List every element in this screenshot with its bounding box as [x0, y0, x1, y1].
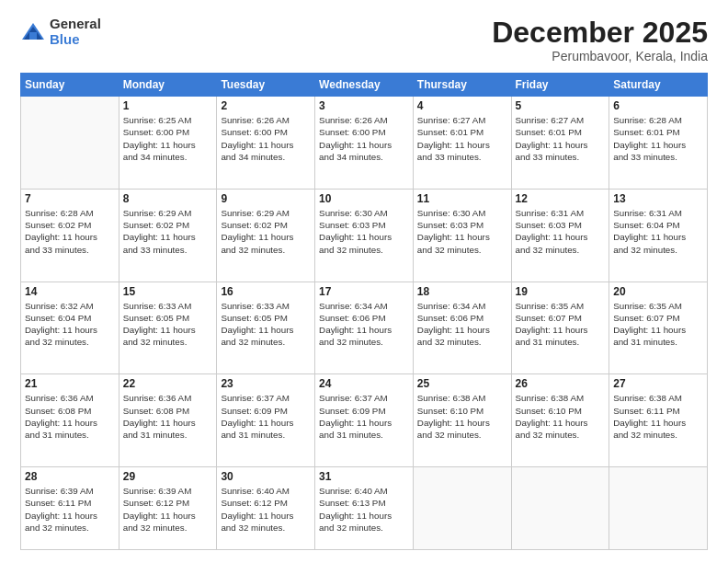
day-info: Sunrise: 6:40 AM Sunset: 6:13 PM Dayligh…	[319, 485, 409, 534]
day-info: Sunrise: 6:36 AM Sunset: 6:08 PM Dayligh…	[25, 392, 115, 441]
day-number: 29	[123, 470, 213, 483]
day-info: Sunrise: 6:30 AM Sunset: 6:03 PM Dayligh…	[319, 207, 409, 256]
day-info: Sunrise: 6:29 AM Sunset: 6:02 PM Dayligh…	[221, 207, 311, 256]
week-row-3: 14Sunrise: 6:32 AM Sunset: 6:04 PM Dayli…	[21, 282, 708, 374]
header: General Blue December 2025 Perumbavoor, …	[20, 17, 708, 63]
weekday-header-thursday: Thursday	[413, 74, 511, 97]
week-row-1: 1Sunrise: 6:25 AM Sunset: 6:00 PM Daylig…	[21, 97, 708, 190]
day-info: Sunrise: 6:31 AM Sunset: 6:04 PM Dayligh…	[613, 207, 703, 256]
week-row-5: 28Sunrise: 6:39 AM Sunset: 6:11 PM Dayli…	[21, 467, 708, 550]
logo-text: General Blue	[50, 17, 101, 47]
day-info: Sunrise: 6:31 AM Sunset: 6:03 PM Dayligh…	[516, 207, 606, 256]
calendar-cell: 26Sunrise: 6:38 AM Sunset: 6:10 PM Dayli…	[511, 374, 609, 467]
day-number: 2	[221, 99, 311, 112]
calendar-cell: 12Sunrise: 6:31 AM Sunset: 6:03 PM Dayli…	[511, 189, 609, 282]
day-info: Sunrise: 6:34 AM Sunset: 6:06 PM Dayligh…	[319, 300, 409, 349]
calendar-cell	[413, 467, 511, 550]
calendar-cell: 29Sunrise: 6:39 AM Sunset: 6:12 PM Dayli…	[119, 467, 217, 550]
calendar-cell: 14Sunrise: 6:32 AM Sunset: 6:04 PM Dayli…	[21, 282, 119, 374]
location-subtitle: Perumbavoor, Kerala, India	[492, 49, 708, 63]
day-number: 28	[25, 470, 115, 483]
weekday-header-row: SundayMondayTuesdayWednesdayThursdayFrid…	[21, 74, 708, 97]
day-info: Sunrise: 6:39 AM Sunset: 6:11 PM Dayligh…	[25, 485, 115, 534]
day-number: 14	[25, 285, 115, 298]
day-info: Sunrise: 6:27 AM Sunset: 6:01 PM Dayligh…	[516, 114, 606, 163]
day-info: Sunrise: 6:35 AM Sunset: 6:07 PM Dayligh…	[613, 300, 703, 349]
calendar-cell: 16Sunrise: 6:33 AM Sunset: 6:05 PM Dayli…	[217, 282, 315, 374]
calendar-cell: 17Sunrise: 6:34 AM Sunset: 6:06 PM Dayli…	[315, 282, 414, 374]
week-row-4: 21Sunrise: 6:36 AM Sunset: 6:08 PM Dayli…	[21, 374, 708, 467]
day-info: Sunrise: 6:32 AM Sunset: 6:04 PM Dayligh…	[25, 300, 115, 349]
weekday-header-friday: Friday	[511, 74, 609, 97]
weekday-header-saturday: Saturday	[609, 74, 708, 97]
calendar-cell: 1Sunrise: 6:25 AM Sunset: 6:00 PM Daylig…	[119, 97, 217, 190]
calendar-cell: 19Sunrise: 6:35 AM Sunset: 6:07 PM Dayli…	[511, 282, 609, 374]
logo-blue-label: Blue	[50, 32, 101, 48]
day-number: 23	[221, 377, 311, 390]
day-info: Sunrise: 6:38 AM Sunset: 6:10 PM Dayligh…	[516, 392, 606, 441]
month-title: December 2025	[492, 17, 708, 49]
calendar-cell: 3Sunrise: 6:26 AM Sunset: 6:00 PM Daylig…	[315, 97, 414, 190]
logo-icon	[20, 19, 46, 45]
calendar-cell	[21, 97, 119, 190]
weekday-header-wednesday: Wednesday	[315, 74, 414, 97]
day-number: 30	[221, 470, 311, 483]
calendar-cell: 20Sunrise: 6:35 AM Sunset: 6:07 PM Dayli…	[609, 282, 708, 374]
calendar-cell: 18Sunrise: 6:34 AM Sunset: 6:06 PM Dayli…	[413, 282, 511, 374]
calendar-cell: 28Sunrise: 6:39 AM Sunset: 6:11 PM Dayli…	[21, 467, 119, 550]
day-info: Sunrise: 6:39 AM Sunset: 6:12 PM Dayligh…	[123, 485, 213, 534]
day-info: Sunrise: 6:38 AM Sunset: 6:11 PM Dayligh…	[613, 392, 703, 441]
day-number: 26	[516, 377, 606, 390]
day-info: Sunrise: 6:27 AM Sunset: 6:01 PM Dayligh…	[417, 114, 507, 163]
day-number: 19	[516, 285, 606, 298]
calendar-cell: 24Sunrise: 6:37 AM Sunset: 6:09 PM Dayli…	[315, 374, 414, 467]
day-info: Sunrise: 6:34 AM Sunset: 6:06 PM Dayligh…	[417, 300, 507, 349]
day-info: Sunrise: 6:28 AM Sunset: 6:01 PM Dayligh…	[613, 114, 703, 163]
day-number: 6	[613, 99, 703, 112]
calendar-cell: 30Sunrise: 6:40 AM Sunset: 6:12 PM Dayli…	[217, 467, 315, 550]
calendar-cell: 10Sunrise: 6:30 AM Sunset: 6:03 PM Dayli…	[315, 189, 414, 282]
page: General Blue December 2025 Perumbavoor, …	[0, 0, 728, 563]
day-number: 20	[613, 285, 703, 298]
day-number: 18	[417, 285, 507, 298]
calendar-cell: 22Sunrise: 6:36 AM Sunset: 6:08 PM Dayli…	[119, 374, 217, 467]
day-info: Sunrise: 6:25 AM Sunset: 6:00 PM Dayligh…	[123, 114, 213, 163]
day-number: 17	[319, 285, 409, 298]
weekday-header-sunday: Sunday	[21, 74, 119, 97]
day-info: Sunrise: 6:35 AM Sunset: 6:07 PM Dayligh…	[516, 300, 606, 349]
day-number: 5	[516, 99, 606, 112]
calendar-cell: 5Sunrise: 6:27 AM Sunset: 6:01 PM Daylig…	[511, 97, 609, 190]
day-number: 22	[123, 377, 213, 390]
day-number: 1	[123, 99, 213, 112]
calendar-cell: 15Sunrise: 6:33 AM Sunset: 6:05 PM Dayli…	[119, 282, 217, 374]
day-info: Sunrise: 6:37 AM Sunset: 6:09 PM Dayligh…	[221, 392, 311, 441]
day-number: 16	[221, 285, 311, 298]
day-info: Sunrise: 6:40 AM Sunset: 6:12 PM Dayligh…	[221, 485, 311, 534]
calendar-cell	[609, 467, 708, 550]
calendar-cell: 2Sunrise: 6:26 AM Sunset: 6:00 PM Daylig…	[217, 97, 315, 190]
day-info: Sunrise: 6:33 AM Sunset: 6:05 PM Dayligh…	[123, 300, 213, 349]
calendar-cell: 27Sunrise: 6:38 AM Sunset: 6:11 PM Dayli…	[609, 374, 708, 467]
day-number: 4	[417, 99, 507, 112]
day-number: 9	[221, 192, 311, 205]
calendar-cell: 31Sunrise: 6:40 AM Sunset: 6:13 PM Dayli…	[315, 467, 414, 550]
day-info: Sunrise: 6:28 AM Sunset: 6:02 PM Dayligh…	[25, 207, 115, 256]
calendar-cell: 11Sunrise: 6:30 AM Sunset: 6:03 PM Dayli…	[413, 189, 511, 282]
calendar-cell: 9Sunrise: 6:29 AM Sunset: 6:02 PM Daylig…	[217, 189, 315, 282]
day-number: 15	[123, 285, 213, 298]
day-number: 21	[25, 377, 115, 390]
title-block: December 2025 Perumbavoor, Kerala, India	[492, 17, 708, 63]
day-number: 10	[319, 192, 409, 205]
day-number: 11	[417, 192, 507, 205]
day-number: 24	[319, 377, 409, 390]
calendar-cell: 21Sunrise: 6:36 AM Sunset: 6:08 PM Dayli…	[21, 374, 119, 467]
calendar-cell: 13Sunrise: 6:31 AM Sunset: 6:04 PM Dayli…	[609, 189, 708, 282]
day-number: 7	[25, 192, 115, 205]
calendar-cell: 4Sunrise: 6:27 AM Sunset: 6:01 PM Daylig…	[413, 97, 511, 190]
calendar-table: SundayMondayTuesdayWednesdayThursdayFrid…	[20, 73, 708, 550]
day-info: Sunrise: 6:26 AM Sunset: 6:00 PM Dayligh…	[221, 114, 311, 163]
calendar-cell: 7Sunrise: 6:28 AM Sunset: 6:02 PM Daylig…	[21, 189, 119, 282]
day-info: Sunrise: 6:33 AM Sunset: 6:05 PM Dayligh…	[221, 300, 311, 349]
day-info: Sunrise: 6:37 AM Sunset: 6:09 PM Dayligh…	[319, 392, 409, 441]
day-number: 27	[613, 377, 703, 390]
